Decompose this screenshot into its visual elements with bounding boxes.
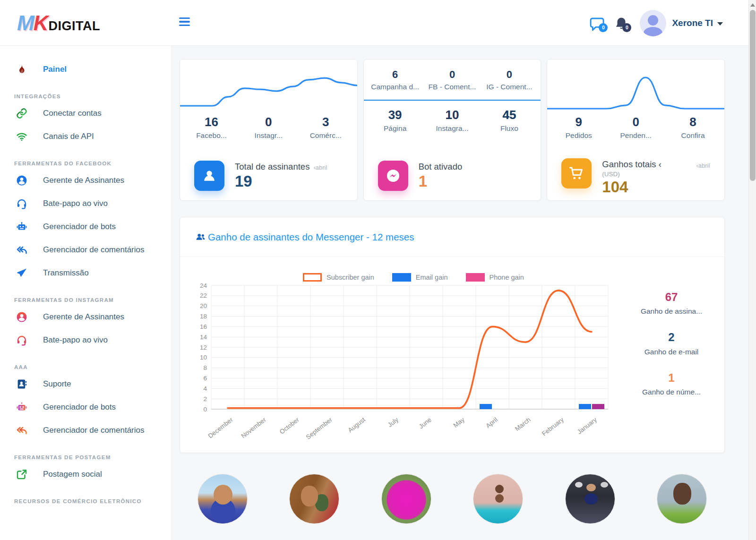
cart-icon — [561, 158, 592, 189]
mini-stat-label: Página — [367, 124, 424, 133]
messages-badge: 0 — [599, 23, 608, 32]
sidebar-item-canais-api[interactable]: Canais de API — [0, 125, 171, 148]
card-title: Total de assinantes — [235, 162, 309, 171]
legend-item-phone-gain[interactable]: Phone gain — [466, 273, 524, 282]
card-footer: Bot ativado 1 — [378, 161, 463, 191]
mini-stat: 8 Confira — [664, 115, 722, 140]
card-value: 19 — [235, 173, 327, 189]
sidebar-section-title: FERRAMENTAS DO FACEBOOK — [14, 161, 171, 166]
reply-all-icon — [16, 424, 27, 436]
mini-stat-label: Pedidos — [550, 131, 607, 140]
sidebar-item-label: Gerenciador de comentários — [43, 245, 145, 255]
svg-text:2: 2 — [203, 395, 207, 403]
card-period: ‹abril — [313, 164, 327, 171]
svg-text:September: September — [305, 416, 334, 441]
sidebar-item-ig-bate-papo[interactable]: Bate-papo ao vivo — [0, 328, 171, 351]
avatar[interactable] — [657, 474, 707, 524]
sidebar-item-fb-gerenciador-comentarios[interactable]: Gerenciador de comentários — [0, 238, 171, 261]
card-title: Ganhos totais ‹ — [602, 159, 661, 169]
sidebar-item-fb-gerente-assinantes[interactable]: Gerente de Assinantes — [0, 169, 171, 192]
card-footer-text: Ganhos totais ‹ ‹abril (USD) 104 — [602, 158, 725, 195]
avatar[interactable] — [198, 474, 248, 524]
sidebar-item-label: Painel — [43, 65, 67, 74]
svg-text:4: 4 — [203, 385, 207, 392]
summary-stat: 2 Ganho de e-mail — [644, 331, 699, 356]
notifications-badge: 0 — [622, 23, 631, 32]
scroll-up-arrow-icon[interactable] — [750, 3, 755, 7]
sidebar-section-title: AAA — [14, 364, 171, 370]
app-header: MK DIGITAL 0 0 Xerone TI — [0, 0, 748, 46]
sidebar-item-fb-bate-papo[interactable]: Bate-papo ao vivo — [0, 192, 171, 215]
mini-stat: 45 Fluxo — [481, 108, 538, 133]
mini-stat-value: 10 — [424, 108, 481, 122]
page-scrollbar[interactable] — [748, 0, 756, 540]
sidebar-item-transmissao[interactable]: Transmissão — [0, 261, 171, 284]
svg-text:August: August — [346, 416, 367, 434]
svg-text:18: 18 — [200, 313, 207, 320]
summary-label: Ganho de assina... — [641, 307, 702, 316]
messages-button[interactable]: 0 — [590, 16, 606, 30]
mini-stat-label: Confira — [664, 131, 722, 140]
sidebar-section-title: RECURSOS DE COMÉRCIO ELETRÔNICO — [14, 498, 171, 504]
app-logo[interactable]: MK DIGITAL — [17, 11, 100, 35]
mini-stat: 0 Instagr... — [240, 115, 297, 140]
messenger-gain-chart-card: Ganho de assinantes do Messenger - 12 me… — [180, 217, 725, 453]
user-circle-icon — [16, 311, 27, 323]
chart-title: Ganho de assinantes do Messenger - 12 me… — [208, 231, 414, 243]
svg-text:20: 20 — [200, 302, 207, 309]
avatar[interactable] — [473, 474, 523, 524]
svg-text:8: 8 — [203, 364, 207, 371]
mini-stat: 39 Página — [367, 108, 424, 133]
sidebar-item-aaa-gerenciador-bots[interactable]: Gerenciador de bots — [0, 395, 171, 419]
svg-text:December: December — [207, 416, 235, 439]
summary-value: 1 — [642, 372, 701, 384]
sidebar-nav: Painel INTEGRAÇÕES Conectar contas Canai… — [0, 46, 172, 540]
mini-stat-value: 3 — [297, 115, 354, 129]
messenger-icon — [378, 161, 408, 191]
legend-item-subscriber-gain[interactable]: Subscriber gain — [303, 273, 374, 282]
legend-label: Phone gain — [490, 274, 524, 281]
summary-label: Ganho de núme... — [642, 388, 701, 396]
sidebar-item-ig-gerente-assinantes[interactable]: Gerente de Assinantes — [0, 305, 171, 328]
avatar[interactable] — [565, 474, 615, 524]
legend-label: Subscriber gain — [326, 274, 374, 281]
avatar[interactable] — [289, 474, 339, 524]
notifications-button[interactable]: 0 — [613, 16, 629, 30]
user-avatar[interactable] — [640, 10, 666, 36]
summary-stat: 1 Ganho de núme... — [642, 372, 701, 396]
sidebar-item-painel[interactable]: Painel — [0, 58, 171, 81]
sidebar-item-suporte[interactable]: Suporte — [0, 372, 171, 395]
svg-text:February: February — [541, 416, 565, 437]
mini-stat: 10 Instagra... — [424, 108, 481, 133]
summary-label: Ganho de e-mail — [644, 348, 699, 356]
line-bar-chart: 024681012141618202224DecemberNovemberOct… — [189, 282, 614, 448]
svg-text:November: November — [240, 416, 268, 439]
menu-toggle-icon[interactable] — [179, 17, 190, 27]
legend-swatch — [303, 273, 322, 282]
svg-text:May: May — [452, 416, 466, 429]
card-subtitle: (USD) — [602, 171, 725, 178]
mini-stat-label: Facebo... — [183, 131, 240, 140]
user-menu[interactable]: Xerone TI — [672, 18, 723, 28]
summary-stat: 67 Ganho de assina... — [641, 291, 702, 316]
logo-mark: MK — [17, 11, 47, 35]
scrollbar-thumb[interactable] — [750, 10, 756, 181]
card-divider — [364, 100, 541, 101]
card-value: 104 — [602, 179, 725, 195]
mini-stat-label: Comérc... — [297, 131, 354, 140]
flame-icon — [16, 63, 27, 75]
sidebar-item-aaa-gerenciador-comentarios[interactable]: Gerenciador de comentários — [0, 419, 171, 442]
avatar[interactable] — [381, 474, 431, 524]
sidebar-item-conectar-contas[interactable]: Conectar contas — [0, 102, 171, 125]
svg-text:March: March — [514, 416, 532, 433]
sidebar-item-postagem-social[interactable]: Postagem social — [0, 463, 171, 486]
sparkline-chart — [547, 60, 724, 115]
mini-stat-label: IG - Coment... — [481, 83, 538, 91]
sidebar-item-fb-gerenciador-bots[interactable]: Gerenciador de bots — [0, 215, 171, 238]
legend-item-email-gain[interactable]: Email gain — [392, 273, 448, 282]
card-footer: Ganhos totais ‹ ‹abril (USD) 104 — [561, 158, 725, 195]
chart-summary: 67 Ganho de assina... 2 Ganho de e-mail … — [621, 262, 722, 450]
users-icon — [195, 231, 206, 242]
mini-stat-value: 9 — [550, 115, 607, 129]
card-footer-text: Bot ativado 1 — [419, 161, 463, 191]
